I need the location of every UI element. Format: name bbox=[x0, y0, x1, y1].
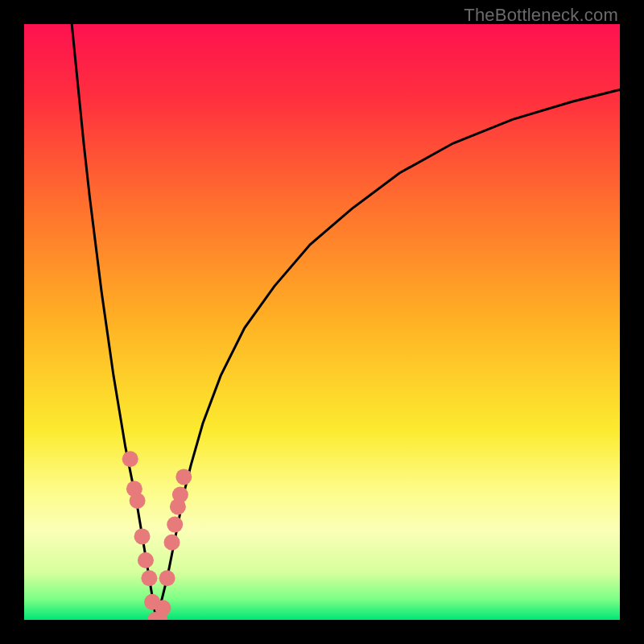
data-marker bbox=[134, 528, 151, 544]
data-marker bbox=[172, 487, 188, 503]
data-marker bbox=[141, 570, 157, 586]
curve-layer bbox=[24, 24, 620, 620]
data-marker bbox=[164, 535, 180, 551]
data-marker bbox=[155, 600, 171, 616]
chart-frame: TheBottleneck.com bbox=[0, 0, 644, 644]
data-marker bbox=[167, 517, 183, 533]
data-markers bbox=[122, 451, 192, 620]
data-marker bbox=[175, 469, 192, 485]
data-marker bbox=[138, 552, 154, 568]
plot-area bbox=[24, 24, 620, 620]
curve-right-branch bbox=[156, 89, 620, 620]
data-marker bbox=[130, 493, 146, 509]
watermark-text: TheBottleneck.com bbox=[464, 5, 618, 26]
data-marker bbox=[159, 570, 175, 586]
data-marker bbox=[122, 451, 138, 467]
